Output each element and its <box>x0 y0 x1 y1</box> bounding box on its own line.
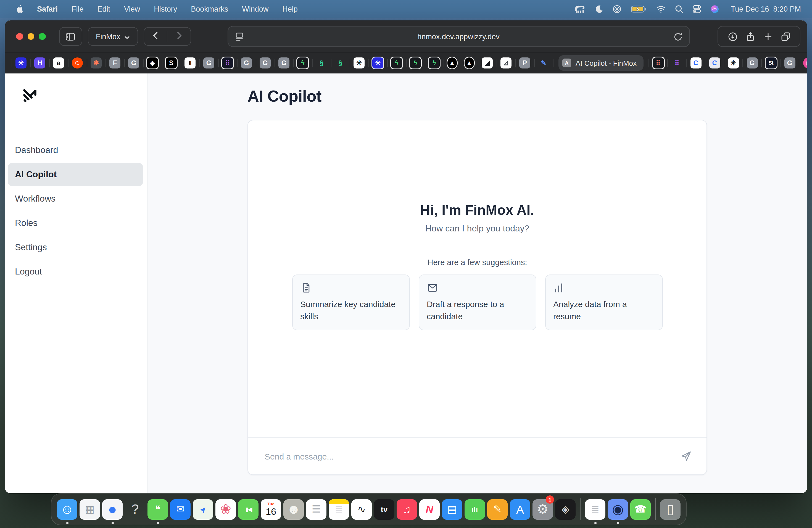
menubar-clock[interactable]: Tue Dec 16 8:20 PM <box>731 5 801 13</box>
menu-edit[interactable]: Edit <box>98 5 111 13</box>
dock-trash[interactable]: ▯ <box>659 493 682 525</box>
favicon-openai-white[interactable]: ✳ <box>728 57 739 69</box>
minimize-window-button[interactable] <box>27 33 34 40</box>
sidebar-item-ai-copilot[interactable]: AI Copilot <box>8 163 143 186</box>
favicon-sailboat[interactable]: ⊿ <box>501 57 511 69</box>
dock-system-settings[interactable]: ⚙1 <box>532 493 554 525</box>
favicon-vercel-oval[interactable]: ▲ <box>447 57 457 69</box>
dock-calendar[interactable]: Tue16 <box>260 493 282 525</box>
sidebar-toggle-button[interactable] <box>59 27 82 46</box>
dock-quicktime[interactable]: ◉ <box>607 493 629 525</box>
favicon-chatgpt-blue[interactable]: ✳ <box>15 57 27 69</box>
back-button[interactable] <box>144 28 167 45</box>
share-icon[interactable] <box>745 32 755 41</box>
airdrop-icon[interactable] <box>613 5 621 13</box>
sidebar-item-settings[interactable]: Settings <box>8 236 143 259</box>
favicon-hostinger[interactable]: H <box>34 57 45 69</box>
favicon-spiral-green[interactable]: § <box>335 57 346 69</box>
dock-textedit[interactable]: ≣ <box>584 493 607 525</box>
menu-view[interactable]: View <box>124 5 140 13</box>
favicon-letter-c-blue-light[interactable]: C <box>709 57 720 69</box>
favicon-letter-g[interactable]: G <box>128 57 139 69</box>
dock-app-store[interactable]: A <box>509 493 532 525</box>
dock-facetime[interactable]: ▮◀ <box>237 493 260 525</box>
favicon-openai-blue[interactable]: ✳ <box>372 57 383 69</box>
menu-app-name[interactable]: Safari <box>37 5 58 13</box>
dock-phone[interactable]: ☎ <box>629 493 652 525</box>
favicon-pixel-grid[interactable]: ⠿ <box>222 57 233 69</box>
favicon-letter-g[interactable]: G <box>746 57 758 69</box>
zoom-window-button[interactable] <box>39 33 46 40</box>
favicon-framer-dark[interactable]: ◈ <box>147 57 158 69</box>
dock-keynote[interactable]: ▤ <box>441 493 463 525</box>
menu-file[interactable]: File <box>72 5 84 13</box>
dock-contacts[interactable]: ☻ <box>282 493 305 525</box>
favicon-letter-g[interactable]: G <box>278 57 289 69</box>
favicon-letter-g[interactable]: G <box>784 57 795 69</box>
tab-overview-icon[interactable] <box>781 32 790 41</box>
dock-photos[interactable]: ❀ <box>214 493 237 525</box>
favicon-figma-color[interactable]: ⠿ <box>671 57 682 69</box>
favicon-vercel-oval[interactable]: ▲ <box>465 57 474 69</box>
suggestion-card[interactable]: Analyze data from a resume <box>545 275 663 330</box>
suggestion-card[interactable]: Draft a response to a candidate <box>418 275 536 330</box>
dock-maps[interactable]: ➤ <box>192 493 214 525</box>
menu-history[interactable]: History <box>154 5 177 13</box>
dock-apple-tv[interactable]: tv <box>373 493 395 525</box>
address-bar[interactable]: finmox.dev.appwizzy.dev <box>228 26 690 47</box>
menu-window[interactable]: Window <box>242 5 269 13</box>
sidebar-item-logout[interactable]: Logout <box>8 260 143 283</box>
dock-numbers[interactable]: ılı <box>463 493 486 525</box>
favicon-bolt-dark[interactable]: ϟ <box>429 57 440 69</box>
dock-news[interactable]: N <box>418 493 441 525</box>
favicon-letter-g[interactable]: G <box>260 57 271 69</box>
close-window-button[interactable] <box>16 33 23 40</box>
favicon-openai-white[interactable]: ✳ <box>353 57 365 69</box>
dock-messages[interactable]: ❝ <box>146 493 169 525</box>
dock-mail[interactable]: ✉ <box>169 493 192 525</box>
siri-icon[interactable] <box>710 5 719 13</box>
dock-notes[interactable]: ≣ <box>328 493 350 525</box>
reload-icon[interactable] <box>673 32 683 41</box>
wifi-icon[interactable] <box>656 5 666 13</box>
message-input[interactable] <box>265 452 680 461</box>
apple-menu-icon[interactable] <box>15 4 23 14</box>
favicon-figma-dark[interactable]: ⠿ <box>653 57 664 69</box>
favicon-swoosh[interactable]: ◢ <box>482 57 493 69</box>
finmox-logo[interactable] <box>21 88 38 104</box>
dock-help[interactable]: ? <box>124 493 146 525</box>
favicon-pause-white[interactable]: II <box>185 57 195 69</box>
site-app-menu-button[interactable]: FinMox <box>88 27 138 46</box>
dock-pages[interactable]: ✎ <box>486 493 509 525</box>
favicon-letter-f[interactable]: F <box>110 57 120 69</box>
favicon-stripe-st[interactable]: St <box>765 57 777 69</box>
favicon-dribbble[interactable]: ◉ <box>803 57 807 69</box>
favicon-bolt-dark[interactable]: ϟ <box>410 57 421 69</box>
favicon-letter-g[interactable]: G <box>241 57 252 69</box>
dock-music[interactable]: ♫ <box>395 493 418 525</box>
spotlight-search-icon[interactable] <box>675 5 683 13</box>
dock-freeform[interactable]: ∿ <box>350 493 373 525</box>
favicon-amazon[interactable]: a <box>53 57 64 69</box>
favicon-hubspot[interactable]: ✱ <box>91 57 102 69</box>
favicon-spiral-green[interactable]: § <box>316 57 327 69</box>
favicon-reddit[interactable]: ☺ <box>72 57 83 69</box>
new-tab-icon[interactable] <box>763 32 772 41</box>
favicon-pen-color[interactable]: ✎ <box>538 57 549 69</box>
dock-reminders[interactable]: ☰ <box>305 493 328 525</box>
favicon-bolt-dark[interactable]: ϟ <box>391 57 402 69</box>
favicon-letter-g[interactable]: G <box>203 57 214 69</box>
focus-moon-icon[interactable] <box>595 5 603 13</box>
suggestion-card[interactable]: Summarize key candidate skills <box>292 275 410 330</box>
battery-charging-icon[interactable] <box>631 5 647 13</box>
control-center-icon[interactable] <box>693 5 701 13</box>
active-tab[interactable]: A AI Copilot - FinMox <box>559 55 643 71</box>
favicon-bolt-dark[interactable]: ϟ <box>297 57 308 69</box>
dock-safari[interactable]: ● <box>101 493 124 525</box>
sidebar-item-dashboard[interactable]: Dashboard <box>8 138 143 162</box>
menu-bookmarks[interactable]: Bookmarks <box>191 5 228 13</box>
favicon-letter-p[interactable]: P <box>519 57 530 69</box>
sidebar-item-workflows[interactable]: Workflows <box>8 187 143 210</box>
download-icon[interactable] <box>728 32 737 41</box>
sidebar-item-roles[interactable]: Roles <box>8 211 143 235</box>
